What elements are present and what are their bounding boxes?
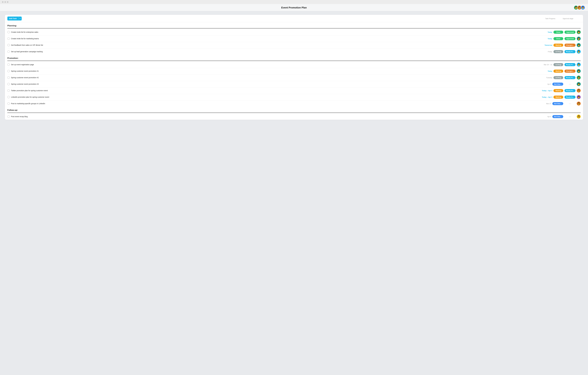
approval-badge[interactable]: Ready fo... (565, 63, 576, 66)
task-name: Twitter promotion plan for spring custom… (11, 90, 537, 92)
progress-badge[interactable]: Waiting (554, 44, 563, 47)
task-row: Spring customer event promotion #3Apr 3N… (7, 81, 581, 87)
section-1: Promotion:Set up event registration page… (5, 55, 583, 107)
task-checkbox[interactable] (7, 89, 10, 92)
task-name: Get feedback from sales on VIP dinner li… (11, 44, 537, 46)
task-date: Tuesday (539, 77, 552, 79)
approval-badge: — (565, 115, 576, 118)
progress-badge[interactable]: Done (554, 37, 563, 40)
col-approval-header: Approval stage (563, 18, 573, 20)
col-progress-header: Task Progress (545, 18, 555, 20)
task-checkbox[interactable] (7, 83, 10, 85)
avatar-group: 🧑👩👨 (575, 5, 585, 10)
task-name: Set up event registration page (11, 64, 537, 65)
task-row: Set up event registration pageMar 19 – 2… (7, 61, 581, 68)
task-row: Twitter promotion plan for spring custom… (7, 87, 581, 94)
task-name: Create invite list for enterprise sales (11, 31, 537, 33)
task-avatar: 👩 (577, 115, 581, 118)
task-checkbox[interactable] (7, 31, 10, 33)
task-avatar: 🧑 (577, 30, 581, 34)
add-task-dropdown-icon[interactable]: ▾ (18, 17, 22, 20)
task-date: Tomorrow (539, 44, 552, 46)
task-avatar: 👨 (577, 50, 581, 54)
progress-badge[interactable]: In Prog (554, 50, 563, 53)
task-name: LinkedIn promotion plan for spring custo… (11, 96, 537, 98)
task-avatar: 👩 (577, 69, 581, 73)
task-row: Spring customer event promotion #1TodayW… (7, 68, 581, 74)
task-avatar: 👩 (577, 43, 581, 47)
approval-badge: — (565, 83, 576, 86)
title-bar (0, 0, 588, 4)
task-checkbox[interactable] (7, 76, 10, 79)
task-name: Post event recap blog (11, 116, 536, 118)
approval-badge[interactable]: Changes... (565, 70, 576, 73)
add-task-button[interactable]: Add Task ▾ (7, 17, 22, 21)
task-avatar: 👨 (577, 63, 581, 66)
approval-badge[interactable]: Approved (565, 37, 576, 40)
task-panel: Add Task ▾ Task Progress Approval stage … (5, 15, 583, 120)
approval-badge[interactable]: Ready fo... (565, 76, 576, 79)
header-avatar: 👨 (581, 5, 585, 10)
task-avatar: 👩 (577, 76, 581, 80)
section-title: Planning: (7, 22, 581, 28)
task-row: Post to marketing-specific groups in Lin… (7, 100, 581, 107)
task-date: Today (539, 38, 552, 40)
progress-badge[interactable]: Waiting (554, 96, 563, 99)
progress-badge[interactable]: Done (554, 31, 563, 34)
traffic-light-green[interactable] (7, 1, 9, 3)
progress-badge[interactable]: Waiting (554, 89, 563, 92)
approval-badge[interactable]: Ready fo... (565, 89, 576, 92)
approval-badge[interactable]: Changes... (565, 44, 576, 47)
task-checkbox[interactable] (7, 70, 10, 72)
task-checkbox[interactable] (7, 44, 10, 46)
approval-badge[interactable]: Ready fo... (565, 96, 576, 99)
task-row: Create invite list for enterprise salesT… (7, 29, 581, 35)
toolbar: Add Task ▾ Task Progress Approval stage (5, 15, 583, 22)
section-0: Planning:Create invite list for enterpri… (5, 22, 583, 55)
task-row: Spring customer event promotion #2Tuesda… (7, 74, 581, 81)
approval-badge: — (565, 102, 576, 105)
approval-badge[interactable]: Ready fo... (565, 50, 576, 53)
task-checkbox[interactable] (7, 63, 10, 66)
main-content: Add Task ▾ Task Progress Approval stage … (0, 11, 588, 123)
section-2: Follow-up:Post event recap blogApr 4Not … (5, 107, 583, 120)
progress-badge[interactable]: In Prog (554, 76, 563, 79)
traffic-light-red[interactable] (2, 1, 4, 3)
traffic-light-yellow[interactable] (4, 1, 6, 3)
task-row: Set up lead generation campaign tracking… (7, 48, 581, 55)
task-date: Mar 19 – 22 (539, 64, 552, 65)
sections-container: Planning:Create invite list for enterpri… (5, 22, 583, 120)
task-avatar: 👩 (577, 95, 581, 99)
progress-badge[interactable]: Not Star... (552, 115, 563, 118)
task-date: Today – Apr 3 (539, 90, 552, 92)
section-title: Promotion: (7, 55, 581, 61)
page-title: Event Promotion Plan (0, 6, 588, 9)
task-checkbox[interactable] (7, 37, 10, 40)
task-row: Post event recap blogApr 4Not Star...—👩 (7, 113, 581, 120)
progress-badge[interactable]: In Prog (554, 63, 563, 66)
task-name: Create invite list for marketing teams (11, 38, 537, 40)
task-checkbox[interactable] (7, 96, 10, 98)
add-task-label: Add Task (7, 17, 18, 21)
task-checkbox[interactable] (7, 115, 10, 118)
approval-badge[interactable]: Approved (565, 31, 576, 34)
task-date: Friday (539, 51, 552, 53)
task-avatar: 👩 (577, 102, 581, 106)
progress-badge[interactable]: Not Star... (552, 83, 563, 86)
task-name: Post to marketing-specific groups in Lin… (11, 103, 536, 105)
task-name: Set up lead generation campaign tracking (11, 51, 537, 53)
task-checkbox[interactable] (7, 50, 10, 53)
task-date: Mar 27 (538, 103, 551, 105)
task-date: Apr 3 (538, 83, 551, 85)
task-row: LinkedIn promotion plan for spring custo… (7, 94, 581, 100)
progress-badge[interactable]: Waiting (554, 70, 563, 73)
task-date: Apr 4 (538, 116, 551, 118)
task-name: Spring customer event promotion #1 (11, 70, 537, 72)
task-name: Spring customer event promotion #2 (11, 77, 537, 79)
section-title: Follow-up: (7, 107, 581, 113)
task-row: Get feedback from sales on VIP dinner li… (7, 42, 581, 48)
task-row: Create invite list for marketing teamsTo… (7, 35, 581, 42)
task-name: Spring customer event promotion #3 (11, 83, 536, 85)
progress-badge[interactable]: Not Star... (552, 102, 563, 105)
task-checkbox[interactable] (7, 102, 10, 105)
